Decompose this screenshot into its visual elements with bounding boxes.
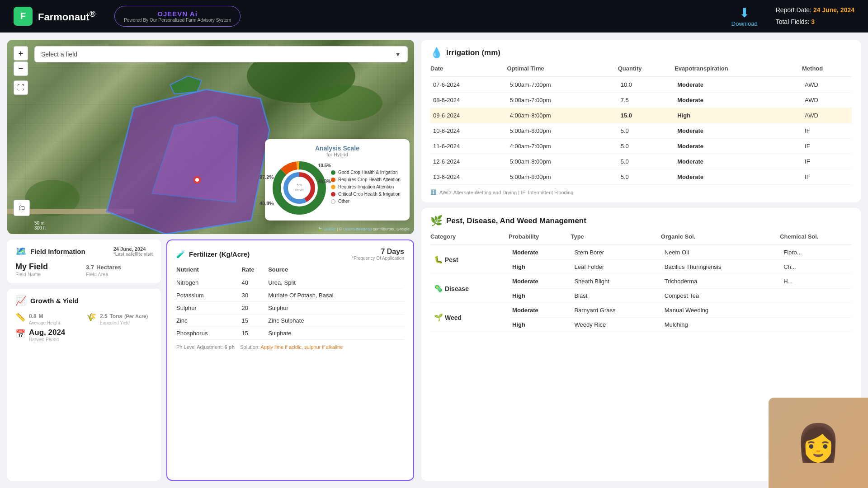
zoom-in-button[interactable]: + <box>14 46 28 61</box>
fertilizer-days-num: 7 Days <box>352 248 404 256</box>
irrigation-note-text: AWD: Alternate Wetting and Drying | IF: … <box>439 190 573 195</box>
pest-chemical <box>780 289 852 303</box>
irr-time: 4:00am-8:00pm <box>507 108 618 123</box>
irr-evap: High <box>675 108 802 123</box>
header-right: ⬇ Download Report Date: 24 June, 2024 To… <box>731 5 854 27</box>
pest-type: Weedy Rice <box>571 318 660 332</box>
report-date: 24 June, 2024 <box>813 6 854 14</box>
pest-col-type: Type <box>571 233 660 245</box>
chevron-down-icon: ▼ <box>395 51 401 58</box>
map-layer-button[interactable]: 🗂 <box>14 200 30 216</box>
donut-label-10: 10.5% <box>318 163 331 168</box>
zoom-out-button[interactable]: − <box>14 61 28 76</box>
irr-method: IF <box>802 123 852 139</box>
irr-method: AWD <box>802 77 852 93</box>
pest-type: Stem Borer <box>571 245 660 260</box>
fert-col-rate: Rate <box>241 266 268 277</box>
fert-source: Muriate Of Potash, Basal <box>268 289 404 302</box>
pest-organic: Neem Oil <box>661 245 780 260</box>
irr-table-row: 10-6-2024 5:00am-8:00pm 5.0 Moderate IF <box>430 123 852 139</box>
fert-nutrient: Nitrogen <box>176 277 241 289</box>
irr-date: 10-6-2024 <box>430 123 507 139</box>
svg-text:5%: 5% <box>297 183 302 187</box>
fert-ph-value: 6 ph <box>224 344 235 350</box>
fert-table-row: Potassium 30 Muriate Of Potash, Basal <box>176 289 404 302</box>
pest-prob: Moderate <box>509 303 571 318</box>
irr-time: 5:00am-7:00pm <box>507 77 618 93</box>
irr-evap: Moderate <box>675 154 802 169</box>
irrigation-title: Irrigation (mm) <box>446 48 500 57</box>
irr-col-method: Method <box>802 65 852 77</box>
main-content: Select a field ▼ + − ⛶ 🗂 50 m 300 ft Ana… <box>0 33 868 488</box>
irr-table-row: 08-6-2024 5:00am-7:00pm 7.5 Moderate AWD <box>430 93 852 108</box>
pest-prob: Moderate <box>509 274 571 289</box>
yield-icon: 🌾 <box>86 312 96 322</box>
pest-prob: High <box>509 318 571 332</box>
irrigation-table: Date Optimal Time Quantity Evapotranspir… <box>430 65 852 185</box>
fert-source: Zinc Sulphate <box>268 314 404 327</box>
fert-solution-text: Apply lime if acidic, sulphur if alkalin… <box>261 344 343 350</box>
field-select-dropdown[interactable]: Select a field ▼ <box>34 46 408 62</box>
field-hectares-value: 3.7 Hectares <box>86 262 153 272</box>
map-fullscreen-button[interactable]: ⛶ <box>14 80 28 95</box>
irr-time: 5:00am-7:00pm <box>507 93 618 108</box>
growth-yield-item: 🌾 2.5 Tons (Per Acre) Expected Yield <box>86 311 153 325</box>
field-area-area: 3.7 Hectares Field Area <box>86 262 153 277</box>
fertilizer-title: Fertilizer (Kg/Acre) <box>189 250 250 258</box>
pest-type: Barnyard Grass <box>571 303 660 318</box>
irr-date: 07-6-2024 <box>430 77 507 93</box>
growth-icon: 📈 <box>15 295 27 306</box>
legend-item-crop: Requires Crop Health Attention <box>331 177 402 182</box>
irr-time: 4:00am-7:00pm <box>507 139 618 154</box>
irr-method: AWD <box>802 93 852 108</box>
pest-type: Blast <box>571 289 660 303</box>
irr-evap: Moderate <box>675 123 802 139</box>
map-attribution: 🍃 Leaflet | © OpenStreetMap contributors… <box>317 227 410 231</box>
pest-organic: Mulching <box>661 318 780 332</box>
fert-table-row: Nitrogen 40 Urea, Split <box>176 277 404 289</box>
svg-text:Other: Other <box>295 188 304 192</box>
report-info: Report Date: 24 June, 2024 Total Fields:… <box>776 5 854 27</box>
pest-col-category: Category <box>430 233 509 245</box>
growth-title: Growth & Yield <box>30 297 79 305</box>
irr-evap: Moderate <box>675 169 802 185</box>
fert-rate: 20 <box>241 302 268 314</box>
analysis-scale-subtitle: for Hybrid <box>272 152 402 157</box>
pest-table-row: 🐛Pest Moderate Stem Borer Neem Oil Fipro… <box>430 245 852 260</box>
svg-point-2 <box>310 85 382 121</box>
irr-col-evap: Evapotranspiration <box>675 65 802 77</box>
field-info-date: 24 June, 2024 *Last satellite visit <box>113 246 153 257</box>
fertilizer-footer: Ph Level Adjustment: 6 ph Solution: Appl… <box>176 344 404 350</box>
pest-prob: High <box>509 260 571 274</box>
fert-table-row: Sulphur 20 Sulphur <box>176 302 404 314</box>
svg-point-9 <box>195 178 199 182</box>
irr-time: 5:00am-8:00pm <box>507 123 618 139</box>
fertilizer-header: 🧪 Fertilizer (Kg/Acre) 7 Days *Frequency… <box>176 248 404 261</box>
map-container: Select a field ▼ + − ⛶ 🗂 50 m 300 ft Ana… <box>7 40 414 234</box>
logo-reg: ® <box>90 9 96 19</box>
fertilizer-days: 7 Days *Frequency Of Application <box>352 248 404 261</box>
harvest-data: Aug, 2024 Harvest Period <box>29 328 65 342</box>
irr-date: 12-6-2024 <box>430 154 507 169</box>
irr-method: IF <box>802 139 852 154</box>
pest-category: 🌱Weed <box>430 303 509 332</box>
total-fields-value: 3 <box>811 18 815 25</box>
irr-date: 11-6-2024 <box>430 139 507 154</box>
field-name-area: My Field Field Name <box>15 262 82 277</box>
height-icon: 📏 <box>15 312 25 322</box>
legend-item-good: Good Crop Health & Irrigation <box>331 170 402 175</box>
fert-col-nutrient: Nutrient <box>176 266 241 277</box>
pest-col-prob: Probability <box>509 233 571 245</box>
pest-table-row: 🌱Weed Moderate Barnyard Grass Manual Wee… <box>430 303 852 318</box>
fert-col-source: Source <box>268 266 404 277</box>
report-date-line: Report Date: 24 June, 2024 <box>776 5 854 16</box>
analysis-scale-card: Analysis Scale for Hybrid 97.2% 10.5% 45… <box>265 139 410 221</box>
jeevn-badge: OJEEVN Ai Powered By Our Personalized Fa… <box>114 6 241 27</box>
field-info-header: 🗺️ Field Information 24 June, 2024 *Last… <box>15 246 153 257</box>
fertilizer-title-area: 🧪 Fertilizer (Kg/Acre) <box>176 250 250 258</box>
download-button[interactable]: ⬇ Download <box>731 5 758 27</box>
fert-rate: 15 <box>241 327 268 340</box>
growth-yield-value: 2.5 Tons (Per Acre) <box>100 311 148 320</box>
jeevn-title: OJEEVN Ai <box>157 10 197 18</box>
pest-title: Pest, Disease, And Weed Management <box>446 216 586 225</box>
